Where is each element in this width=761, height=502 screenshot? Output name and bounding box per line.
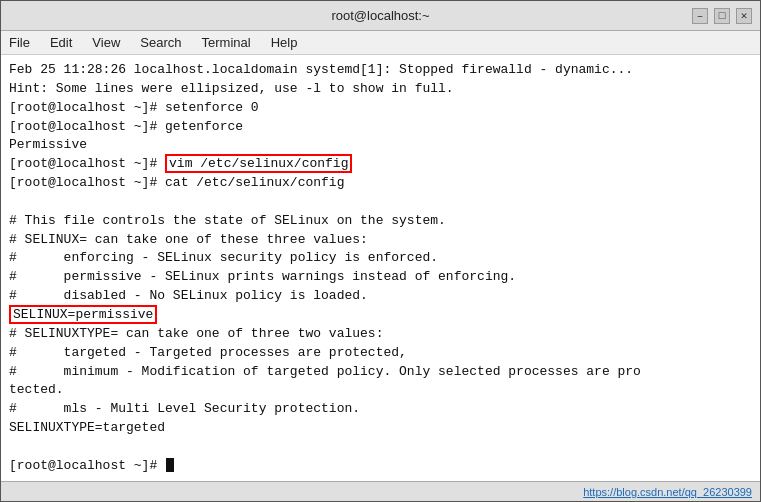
title-bar: root@localhost:~ – □ ✕ [1,1,760,31]
line2: Hint: Some lines were ellipsized, use -l… [9,80,752,99]
line8 [9,193,752,212]
menu-view[interactable]: View [88,33,124,52]
line5: Permissive [9,136,752,155]
close-button[interactable]: ✕ [736,8,752,24]
terminal-body[interactable]: Feb 25 11:28:26 localhost.localdomain sy… [1,55,760,481]
line22: [root@localhost ~]# [9,457,752,476]
menu-help[interactable]: Help [267,33,302,52]
line4: [root@localhost ~]# getenforce [9,118,752,137]
menu-terminal[interactable]: Terminal [198,33,255,52]
terminal-window: root@localhost:~ – □ ✕ File Edit View Se… [0,0,761,502]
menu-edit[interactable]: Edit [46,33,76,52]
line11: # enforcing - SELinux security policy is… [9,249,752,268]
line15: # SELINUXTYPE= can take one of three two… [9,325,752,344]
line6: [root@localhost ~]# vim /etc/selinux/con… [9,155,752,174]
line19: # mls - Multi Level Security protection. [9,400,752,419]
line14: SELINUX=permissive [9,306,752,325]
window-title: root@localhost:~ [69,8,692,23]
line18: tected. [9,381,752,400]
status-link[interactable]: https://blog.csdn.net/qq_26230399 [583,486,752,498]
line7: [root@localhost ~]# cat /etc/selinux/con… [9,174,752,193]
line1: Feb 25 11:28:26 localhost.localdomain sy… [9,61,752,80]
status-bar: https://blog.csdn.net/qq_26230399 [1,481,760,501]
menu-bar: File Edit View Search Terminal Help [1,31,760,55]
line16: # targeted - Targeted processes are prot… [9,344,752,363]
line21 [9,438,752,457]
minimize-button[interactable]: – [692,8,708,24]
vim-command-highlight: vim /etc/selinux/config [165,154,352,173]
line3: [root@localhost ~]# setenforce 0 [9,99,752,118]
line10: # SELINUX= can take one of these three v… [9,231,752,250]
line9: # This file controls the state of SELinu… [9,212,752,231]
selinux-value-highlight: SELINUX=permissive [9,305,157,324]
window-controls: – □ ✕ [692,8,752,24]
maximize-button[interactable]: □ [714,8,730,24]
terminal-cursor [166,458,174,472]
menu-search[interactable]: Search [136,33,185,52]
line13: # disabled - No SELinux policy is loaded… [9,287,752,306]
line17: # minimum - Modification of targeted pol… [9,363,752,382]
menu-file[interactable]: File [5,33,34,52]
line20: SELINUXTYPE=targeted [9,419,752,438]
line12: # permissive - SELinux prints warnings i… [9,268,752,287]
